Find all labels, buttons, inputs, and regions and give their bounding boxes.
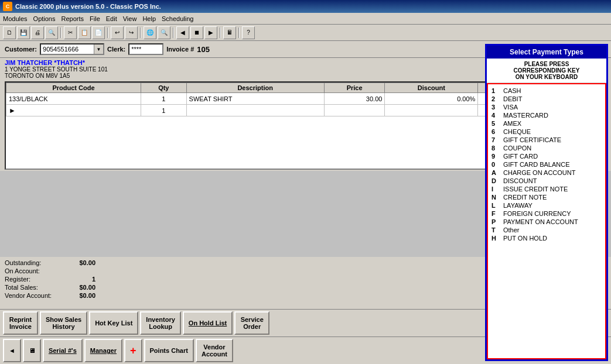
customer-dropdown[interactable]: ▼ — [40, 43, 104, 55]
toolbar-sep1 — [60, 28, 62, 38]
toolbar-next[interactable]: ▶ — [204, 26, 217, 39]
title-bar: C Classic 2000 plus version 5.0 - Classi… — [0, 0, 611, 13]
toolbar-redo[interactable]: ↪ — [125, 26, 138, 39]
payment-subheader: PLEASE PRESSCORRESPONDING KEYON YOUR KEY… — [487, 59, 606, 83]
back-button[interactable]: ◄ — [3, 339, 21, 362]
menu-view[interactable]: View — [123, 15, 137, 22]
toolbar-paste[interactable]: 📄 — [92, 26, 105, 39]
menu-modules[interactable]: Modules — [3, 15, 28, 22]
row1-product-code[interactable]: 133/L/BLACK — [6, 93, 141, 105]
payment-item-1[interactable]: 1 CASH — [491, 87, 602, 95]
app-icon: C — [3, 2, 12, 11]
payment-name-t: Other — [503, 226, 520, 233]
col-qty: Qty — [141, 83, 187, 93]
vendor-account-row: Vendor Account: $0.00 — [5, 292, 95, 299]
payment-item-t[interactable]: T Other — [491, 226, 602, 234]
payment-item-2[interactable]: 2 DEBIT — [491, 95, 602, 103]
toolbar-globe[interactable]: 🌐 — [144, 26, 156, 39]
customer-dropdown-arrow[interactable]: ▼ — [94, 44, 103, 54]
menu-reports[interactable]: Reports — [62, 15, 84, 22]
total-sales-label: Total Sales: — [5, 284, 57, 291]
payment-name-9: GIFT CARD — [503, 153, 538, 160]
toolbar-new[interactable]: 🗋 — [3, 26, 16, 39]
serial-numbers-button[interactable]: Serial #'s — [43, 339, 83, 362]
toolbar-undo[interactable]: ↩ — [111, 26, 124, 39]
payment-item-5[interactable]: 5 AMEX — [491, 119, 602, 128]
register-value: 1 — [60, 276, 95, 283]
monitor-button[interactable]: 🖥 — [23, 339, 41, 362]
col-discount: Discount — [385, 83, 478, 93]
menu-help[interactable]: Help — [142, 15, 156, 22]
payment-item-4[interactable]: 4 MASTERCARD — [491, 111, 602, 119]
col-product-code: Product Code — [6, 83, 141, 93]
menu-scheduling[interactable]: Scheduling — [162, 15, 193, 22]
payment-item-p[interactable]: P PAYMENT ON ACCOUNT — [491, 218, 602, 226]
clerk-input[interactable] — [128, 43, 163, 55]
payment-name-n: CREDIT NOTE — [503, 194, 547, 201]
row2-arrow: ► — [6, 105, 141, 116]
payment-name-f: FOREIGN CURRENCY — [503, 210, 571, 217]
service-order-button[interactable]: ServiceOrder — [234, 311, 269, 335]
hot-key-list-button[interactable]: Hot Key List — [89, 311, 138, 335]
toolbar-calc[interactable]: 🖩 — [223, 26, 236, 39]
row1-discount[interactable]: 0.00% — [385, 93, 478, 105]
payment-item-0[interactable]: 0 GIFT CARD BALANCE — [491, 160, 602, 169]
invoice-number: 105 — [197, 45, 210, 54]
payment-key-t: T — [491, 226, 500, 233]
show-sales-history-button[interactable]: Show SalesHistory — [40, 311, 87, 335]
toolbar-save[interactable]: 💾 — [17, 26, 30, 39]
payment-item-3[interactable]: 3 VISA — [491, 103, 602, 111]
vendor-account-label: Vendor Account: — [5, 292, 57, 299]
customer-details: JIM THATCHER *THATCH* 1 YONGE STREET SOU… — [5, 59, 108, 79]
outstanding-label: Outstanding: — [5, 259, 57, 266]
payment-item-d[interactable]: D DISCOUNT — [491, 177, 602, 185]
payment-name-a: CHARGE ON ACCOUNT — [503, 169, 575, 176]
menu-file[interactable]: File — [90, 15, 100, 22]
toolbar-preview[interactable]: 🔍 — [45, 26, 58, 39]
row1-qty[interactable]: 1 — [141, 93, 187, 105]
menu-options[interactable]: Options — [33, 15, 56, 22]
payment-item-8[interactable]: 8 COUPON — [491, 144, 602, 152]
payment-item-n[interactable]: N CREDIT NOTE — [491, 193, 602, 201]
points-chart-button[interactable]: Points Chart — [144, 339, 194, 362]
reprint-invoice-button[interactable]: ReprintInvoice — [3, 311, 38, 335]
register-label: Register: — [5, 276, 57, 283]
vendor-account-button[interactable]: VendorAccount — [196, 339, 233, 362]
customer-input[interactable] — [41, 45, 94, 53]
payment-item-i[interactable]: I ISSUE CREDIT NOTE — [491, 185, 602, 193]
toolbar-copy[interactable]: 📋 — [78, 26, 91, 39]
row2-qty[interactable]: 1 — [141, 105, 187, 116]
payment-item-f[interactable]: F FOREIGN CURRENCY — [491, 210, 602, 218]
payment-key-4: 4 — [491, 112, 500, 119]
payment-name-l: LAYAWAY — [503, 202, 533, 209]
toolbar-search[interactable]: 🔍 — [158, 26, 170, 39]
payment-key-d: D — [491, 177, 500, 184]
menu-edit[interactable]: Edit — [106, 15, 117, 22]
payment-item-7[interactable]: 7 GIFT CERTIFICATE — [491, 136, 602, 144]
toolbar-info[interactable]: ? — [242, 26, 255, 39]
payment-item-6[interactable]: 6 CHEQUE — [491, 128, 602, 136]
payment-name-7: GIFT CERTIFICATE — [503, 136, 561, 143]
payment-key-6: 6 — [491, 128, 500, 135]
payment-name-2: DEBIT — [503, 95, 522, 102]
menu-bar: Modules Options Reports File Edit View H… — [0, 13, 611, 25]
outstanding-row: Outstanding: $0.00 — [5, 259, 95, 266]
toolbar-print[interactable]: 🖨 — [31, 26, 44, 39]
payment-key-n: N — [491, 194, 500, 201]
row1-price[interactable]: 30.00 — [324, 93, 385, 105]
payment-item-h[interactable]: H PUT ON HOLD — [491, 234, 602, 242]
toolbar-cut[interactable]: ✂ — [64, 26, 77, 39]
inventory-lookup-button[interactable]: InventoryLookup — [140, 311, 181, 335]
payment-item-a[interactable]: A CHARGE ON ACCOUNT — [491, 169, 602, 177]
payment-item-l[interactable]: L LAYAWAY — [491, 201, 602, 210]
on-hold-list-button[interactable]: On Hold List — [183, 311, 233, 335]
payment-key-0: 0 — [491, 161, 500, 168]
manager-button[interactable]: Manager — [84, 339, 122, 362]
toolbar-prev[interactable]: ◀ — [176, 26, 189, 39]
outstanding-value: $0.00 — [60, 259, 95, 266]
payment-item-9[interactable]: 9 GIFT CARD — [491, 152, 602, 160]
plus-button[interactable]: + — [124, 339, 142, 362]
row2-discount — [385, 105, 478, 116]
toolbar-stop[interactable]: ⏹ — [190, 26, 203, 39]
row1-description[interactable]: SWEAT SHIRT — [186, 93, 324, 105]
